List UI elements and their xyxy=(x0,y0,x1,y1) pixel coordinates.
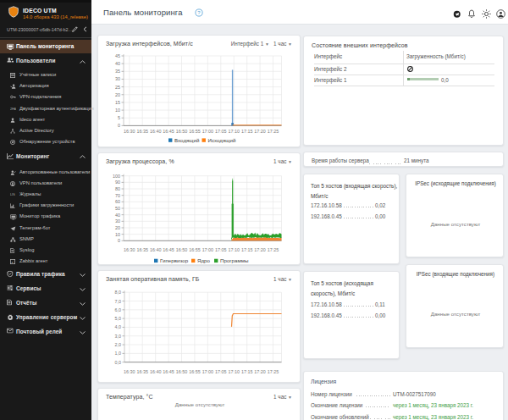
svg-text:30: 30 xyxy=(115,218,120,224)
svg-text:16:45: 16:45 xyxy=(163,129,174,134)
svg-text:17:00: 17:00 xyxy=(202,129,214,134)
svg-text:17:10: 17:10 xyxy=(228,369,240,374)
svg-text:Исходящий: Исходящий xyxy=(208,137,236,143)
svg-text:Ядро: Ядро xyxy=(197,257,211,263)
svg-text:17:05: 17:05 xyxy=(215,129,227,134)
svg-text:16:45: 16:45 xyxy=(163,247,174,252)
svg-text:0: 0 xyxy=(118,238,120,243)
svg-text:90: 90 xyxy=(115,180,120,185)
svg-text:16:35: 16:35 xyxy=(136,247,148,252)
svg-text:5: 5 xyxy=(118,115,120,120)
svg-text:LIS: LIS xyxy=(10,193,15,196)
svg-text:16:30: 16:30 xyxy=(124,247,135,252)
svg-text:3,0: 3,0 xyxy=(115,334,122,339)
svg-text:16:45: 16:45 xyxy=(163,369,174,374)
svg-text:16:35: 16:35 xyxy=(136,129,148,134)
svg-text:16:35: 16:35 xyxy=(136,369,148,374)
svg-text:17:05: 17:05 xyxy=(215,247,227,252)
svg-text:60: 60 xyxy=(115,199,120,204)
svg-text:16:50: 16:50 xyxy=(176,247,188,252)
svg-text:15: 15 xyxy=(115,100,120,105)
svg-text:100: 100 xyxy=(113,174,120,179)
svg-text:0,0: 0,0 xyxy=(115,360,122,365)
svg-text:17:20: 17:20 xyxy=(254,129,266,134)
svg-text:Входящий: Входящий xyxy=(174,137,200,143)
svg-text:17:15: 17:15 xyxy=(241,129,253,134)
svg-text:2,0: 2,0 xyxy=(115,342,122,347)
svg-text:17:15: 17:15 xyxy=(241,369,253,374)
svg-text:16:30: 16:30 xyxy=(124,369,135,374)
svg-text:0: 0 xyxy=(118,123,120,128)
svg-text:45: 45 xyxy=(115,53,120,58)
svg-text:17:25: 17:25 xyxy=(268,247,279,252)
svg-text:7,0: 7,0 xyxy=(115,299,122,304)
svg-text:25: 25 xyxy=(115,85,120,90)
svg-text:20: 20 xyxy=(115,225,120,230)
svg-text:40: 40 xyxy=(115,61,120,66)
svg-text:17:05: 17:05 xyxy=(215,369,227,374)
svg-text:16:50: 16:50 xyxy=(176,369,188,374)
svg-text:16:40: 16:40 xyxy=(150,247,162,252)
svg-text:16:50: 16:50 xyxy=(176,129,188,134)
svg-text:17:15: 17:15 xyxy=(241,247,253,252)
svg-text:17:10: 17:10 xyxy=(228,247,240,252)
svg-text:17:25: 17:25 xyxy=(268,369,279,374)
svg-text:16:55: 16:55 xyxy=(189,247,201,252)
svg-text:70: 70 xyxy=(115,193,120,198)
svg-text:80: 80 xyxy=(115,186,120,191)
svg-text:16:40: 16:40 xyxy=(150,369,162,374)
svg-text:5,0: 5,0 xyxy=(115,316,122,321)
svg-text:30: 30 xyxy=(115,76,120,81)
svg-text:6,0: 6,0 xyxy=(115,307,122,312)
svg-text:17:20: 17:20 xyxy=(254,247,266,252)
svg-text:10: 10 xyxy=(115,232,120,237)
svg-text:50: 50 xyxy=(115,206,120,211)
svg-text:2FA: 2FA xyxy=(10,107,16,111)
svg-text:16:40: 16:40 xyxy=(150,129,162,134)
svg-text:8,0: 8,0 xyxy=(115,290,122,295)
svg-text:16:55: 16:55 xyxy=(189,129,201,134)
svg-text:16:55: 16:55 xyxy=(189,369,201,374)
svg-text:35: 35 xyxy=(115,69,120,74)
svg-text:17:00: 17:00 xyxy=(202,247,214,252)
svg-text:40: 40 xyxy=(115,213,120,218)
svg-text:10: 10 xyxy=(115,108,120,113)
svg-text:Гипервизор: Гипервизор xyxy=(160,257,189,263)
svg-text:17:25: 17:25 xyxy=(268,129,279,134)
svg-text:17:00: 17:00 xyxy=(202,369,214,374)
svg-text:4,0: 4,0 xyxy=(115,324,122,329)
svg-text:17:10: 17:10 xyxy=(228,129,240,134)
svg-text:z: z xyxy=(12,260,14,264)
svg-text:17:20: 17:20 xyxy=(254,369,266,374)
svg-text:Программы: Программы xyxy=(220,257,249,263)
svg-text:1,0: 1,0 xyxy=(115,351,122,356)
svg-text:16:30: 16:30 xyxy=(124,129,135,134)
svg-text:20: 20 xyxy=(115,92,120,97)
